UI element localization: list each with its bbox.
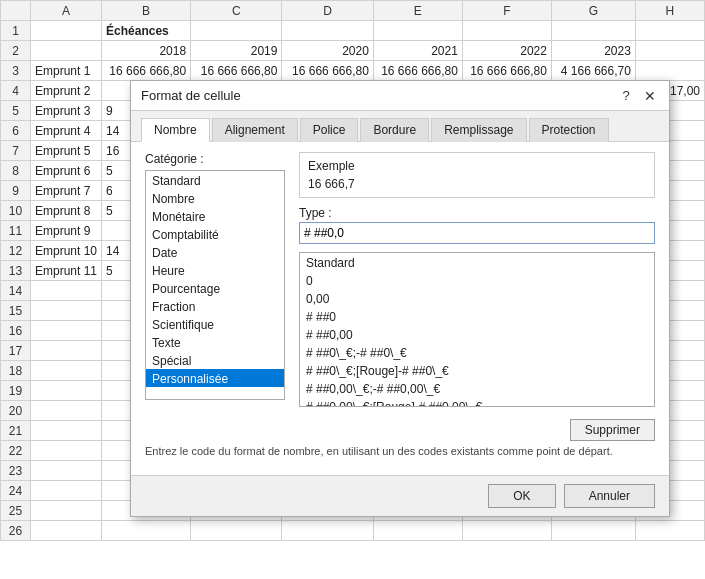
row-header[interactable]: 5: [1, 101, 31, 121]
category-item[interactable]: Pourcentage: [146, 279, 284, 297]
category-item[interactable]: Heure: [146, 261, 284, 279]
cell-a[interactable]: [31, 21, 102, 41]
format-item[interactable]: 0,00: [300, 289, 654, 307]
row-header[interactable]: 24: [1, 481, 31, 501]
row-header[interactable]: 2: [1, 41, 31, 61]
cell-c[interactable]: [191, 521, 282, 541]
format-item[interactable]: # ##0\_€;[Rouge]-# ##0\_€: [300, 361, 654, 379]
format-item[interactable]: 0: [300, 271, 654, 289]
tab-police[interactable]: Police: [300, 118, 359, 142]
ok-button[interactable]: OK: [488, 484, 555, 508]
category-item[interactable]: Monétaire: [146, 207, 284, 225]
cell-f[interactable]: [462, 21, 551, 41]
delete-button[interactable]: Supprimer: [570, 419, 655, 441]
col-header-h[interactable]: H: [635, 1, 704, 21]
cell-a[interactable]: Emprunt 3: [31, 101, 102, 121]
col-header-c[interactable]: C: [191, 1, 282, 21]
category-item[interactable]: Personnalisée: [146, 369, 284, 387]
cell-a[interactable]: Emprunt 2: [31, 81, 102, 101]
cell-a[interactable]: [31, 441, 102, 461]
category-item[interactable]: Spécial: [146, 351, 284, 369]
col-header-f[interactable]: F: [462, 1, 551, 21]
cell-c[interactable]: 16 666 666,80: [191, 61, 282, 81]
format-item[interactable]: # ##0,00\_€;-# ##0,00\_€: [300, 379, 654, 397]
cell-a[interactable]: Emprunt 4: [31, 121, 102, 141]
row-header[interactable]: 17: [1, 341, 31, 361]
cell-a[interactable]: [31, 401, 102, 421]
dialog-close-button[interactable]: ✕: [641, 88, 659, 104]
cell-b[interactable]: Échéances: [102, 21, 191, 41]
dialog-help-button[interactable]: ?: [617, 88, 635, 103]
cell-a[interactable]: Emprunt 8: [31, 201, 102, 221]
category-item[interactable]: Standard: [146, 171, 284, 189]
cell-e[interactable]: 2021: [373, 41, 462, 61]
cell-e[interactable]: [373, 21, 462, 41]
cell-b[interactable]: 16 666 666,80: [102, 61, 191, 81]
format-item[interactable]: # ##0,00: [300, 325, 654, 343]
cell-f[interactable]: 16 666 666,80: [462, 61, 551, 81]
row-header[interactable]: 12: [1, 241, 31, 261]
cell-d[interactable]: 16 666 666,80: [282, 61, 373, 81]
tab-remplissage[interactable]: Remplissage: [431, 118, 526, 142]
cell-h[interactable]: [635, 21, 704, 41]
cell-a[interactable]: Emprunt 10: [31, 241, 102, 261]
category-item[interactable]: Scientifique: [146, 315, 284, 333]
col-header-b[interactable]: B: [102, 1, 191, 21]
row-header[interactable]: 19: [1, 381, 31, 401]
category-item[interactable]: Nombre: [146, 189, 284, 207]
cell-d[interactable]: [282, 21, 373, 41]
row-header[interactable]: 21: [1, 421, 31, 441]
cell-a[interactable]: [31, 41, 102, 61]
cell-d[interactable]: [282, 521, 373, 541]
table-row[interactable]: 1Échéances: [1, 21, 705, 41]
cell-g[interactable]: [551, 521, 635, 541]
cell-a[interactable]: [31, 381, 102, 401]
col-header-a[interactable]: A: [31, 1, 102, 21]
row-header[interactable]: 4: [1, 81, 31, 101]
cell-e[interactable]: 16 666 666,80: [373, 61, 462, 81]
cell-a[interactable]: [31, 361, 102, 381]
row-header[interactable]: 7: [1, 141, 31, 161]
table-row[interactable]: 3Emprunt 116 666 666,8016 666 666,8016 6…: [1, 61, 705, 81]
table-row[interactable]: 26: [1, 521, 705, 541]
cell-d[interactable]: 2020: [282, 41, 373, 61]
cell-c[interactable]: 2019: [191, 41, 282, 61]
row-header[interactable]: 8: [1, 161, 31, 181]
row-header[interactable]: 16: [1, 321, 31, 341]
cell-g[interactable]: [551, 21, 635, 41]
format-item[interactable]: # ##0,00\_€;[Rouge]-# ##0,00\_€: [300, 397, 654, 407]
cell-a[interactable]: Emprunt 5: [31, 141, 102, 161]
table-row[interactable]: 2201820192020202120222023: [1, 41, 705, 61]
cell-a[interactable]: [31, 521, 102, 541]
cell-f[interactable]: 2022: [462, 41, 551, 61]
cell-a[interactable]: [31, 301, 102, 321]
cell-h[interactable]: [635, 521, 704, 541]
cell-a[interactable]: [31, 461, 102, 481]
row-header[interactable]: 20: [1, 401, 31, 421]
row-header[interactable]: 9: [1, 181, 31, 201]
category-list[interactable]: StandardNombreMonétaireComptabilitéDateH…: [145, 170, 285, 400]
row-header[interactable]: 3: [1, 61, 31, 81]
category-item[interactable]: Texte: [146, 333, 284, 351]
cell-a[interactable]: Emprunt 11: [31, 261, 102, 281]
cell-h[interactable]: [635, 61, 704, 81]
row-header[interactable]: 14: [1, 281, 31, 301]
row-header[interactable]: 18: [1, 361, 31, 381]
cell-a[interactable]: Emprunt 9: [31, 221, 102, 241]
type-input[interactable]: [299, 222, 655, 244]
row-header[interactable]: 13: [1, 261, 31, 281]
format-item[interactable]: Standard: [300, 253, 654, 271]
cell-a[interactable]: [31, 321, 102, 341]
row-header[interactable]: 11: [1, 221, 31, 241]
cell-c[interactable]: [191, 21, 282, 41]
row-header[interactable]: 6: [1, 121, 31, 141]
row-header[interactable]: 25: [1, 501, 31, 521]
tab-protection[interactable]: Protection: [529, 118, 609, 142]
cell-e[interactable]: [373, 521, 462, 541]
row-header[interactable]: 1: [1, 21, 31, 41]
cell-a[interactable]: Emprunt 7: [31, 181, 102, 201]
cell-a[interactable]: [31, 281, 102, 301]
cell-f[interactable]: [462, 521, 551, 541]
row-header[interactable]: 23: [1, 461, 31, 481]
category-item[interactable]: Fraction: [146, 297, 284, 315]
